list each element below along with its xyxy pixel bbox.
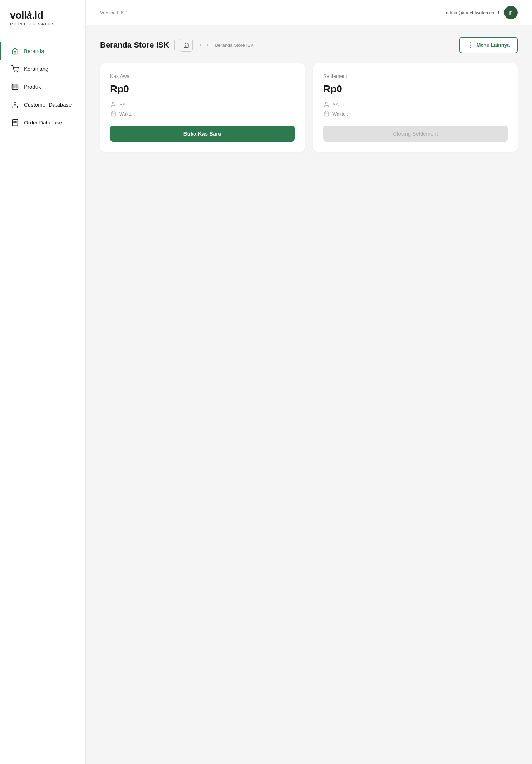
svg-rect-9 (111, 112, 115, 116)
topbar-right: admin@machtwatch.co.id F (446, 6, 518, 19)
page-header-left: Beranda Store ISK Beranda Sto (100, 39, 254, 52)
home-icon (11, 47, 19, 55)
kas-awal-label: Kas Awal (110, 73, 295, 79)
sidebar-item-customer-database[interactable]: Customer Database (0, 96, 85, 114)
product-icon (11, 83, 19, 91)
sidebar-item-keranjang[interactable]: Keranjang (0, 60, 85, 78)
kas-awal-card: Kas Awal Rp0 SA : - (100, 63, 305, 152)
settlement-label: Settlement (323, 73, 508, 79)
main-content: Version 0.6.0 admin@machtwatch.co.id F B… (86, 0, 532, 764)
settlement-sa: SA : - (332, 102, 344, 107)
logo: voilà.id POINT OF SALES (0, 0, 85, 35)
page-content: Beranda Store ISK Beranda Sto (86, 25, 532, 764)
settlement-waktu-row: Waktu : - (323, 111, 508, 117)
order-icon (11, 119, 19, 127)
buka-kas-baru-button[interactable]: Buka Kas Baru (110, 126, 295, 142)
sidebar-item-keranjang-label: Keranjang (24, 66, 48, 72)
admin-email: admin@machtwatch.co.id (446, 10, 499, 15)
sidebar-item-order-database[interactable]: Order Database (0, 114, 85, 132)
page-header: Beranda Store ISK Beranda Sto (100, 37, 518, 53)
sidebar-item-order-label: Order Database (24, 119, 62, 126)
svg-point-13 (325, 102, 327, 104)
settlement-calendar-icon (323, 111, 330, 117)
kas-awal-waktu: Waktu : - (119, 111, 138, 117)
settlement-person-icon (323, 101, 330, 108)
app-subtitle: POINT OF SALES (10, 22, 75, 26)
sidebar-item-produk[interactable]: Produk (0, 78, 85, 96)
settlement-card: Settlement Rp0 SA : - (313, 63, 518, 152)
calendar-icon (110, 111, 117, 117)
svg-rect-14 (324, 112, 329, 116)
menu-lainnya-button[interactable]: ⋮ Menu Lainnya (459, 37, 518, 53)
menu-lainnya-label: Menu Lainnya (477, 42, 510, 48)
svg-point-3 (14, 102, 16, 104)
kas-awal-waktu-row: Waktu : - (110, 111, 295, 117)
svg-point-1 (17, 71, 18, 72)
home-breadcrumb-button[interactable] (180, 39, 193, 52)
version-label: Version 0.6.0 (100, 10, 127, 15)
breadcrumb-separator (198, 43, 210, 48)
app-name: voilà.id (10, 10, 75, 21)
kas-awal-sa: SA : - (119, 102, 131, 107)
page-title: Beranda Store ISK (100, 40, 169, 50)
kas-awal-info: SA : - Waktu : - (110, 101, 295, 117)
kas-awal-amount: Rp0 (110, 83, 295, 95)
sidebar-item-customer-label: Customer Database (24, 102, 72, 108)
breadcrumb-chevron-icon-2 (205, 43, 210, 48)
sidebar: voilà.id POINT OF SALES Beranda (0, 0, 86, 764)
breadcrumb-home-icon (183, 42, 189, 48)
settlement-waktu: Waktu : - (332, 111, 351, 117)
svg-point-0 (14, 71, 15, 72)
settlement-sa-row: SA : - (323, 101, 508, 108)
sidebar-item-produk-label: Produk (24, 84, 41, 90)
cart-icon (11, 65, 19, 73)
closing-settlement-button[interactable]: Closing Settlement (323, 126, 508, 142)
title-divider (174, 40, 175, 50)
settlement-info: SA : - Waktu : - (323, 101, 508, 117)
breadcrumb-label: Beranda Store ISK (215, 43, 253, 48)
person-icon (110, 101, 117, 108)
sidebar-navigation: Beranda Keranjang Produk (0, 35, 85, 764)
customer-icon (11, 101, 19, 109)
svg-rect-2 (12, 84, 18, 89)
breadcrumb-chevron-icon (198, 43, 203, 48)
kas-awal-sa-row: SA : - (110, 101, 295, 108)
topbar: Version 0.6.0 admin@machtwatch.co.id F (86, 0, 532, 25)
sidebar-item-beranda-label: Beranda (24, 48, 44, 54)
settlement-amount: Rp0 (323, 83, 508, 95)
avatar[interactable]: F (504, 6, 518, 19)
menu-dots-icon: ⋮ (467, 41, 474, 49)
cards-row: Kas Awal Rp0 SA : - (100, 63, 518, 152)
sidebar-item-beranda[interactable]: Beranda (0, 42, 85, 60)
svg-point-8 (112, 102, 114, 104)
